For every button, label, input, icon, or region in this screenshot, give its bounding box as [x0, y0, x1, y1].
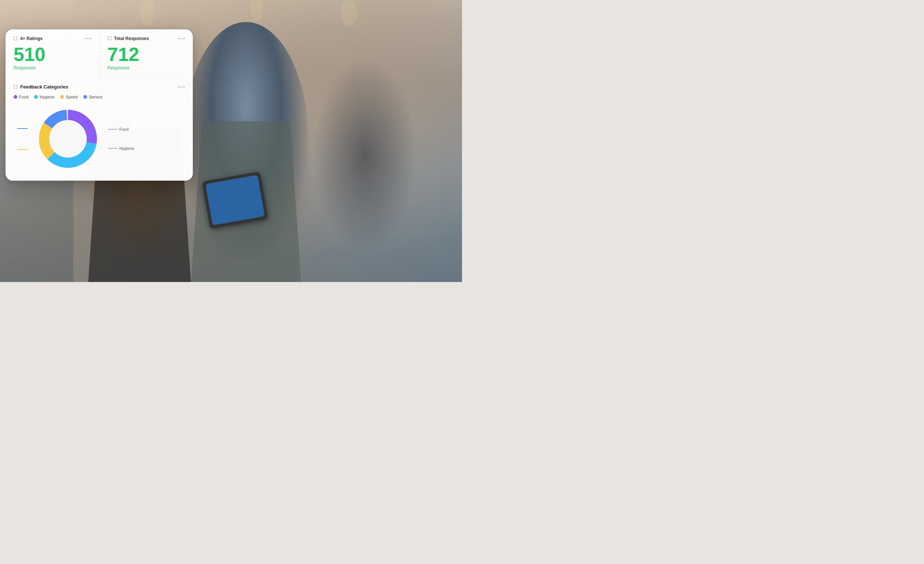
- dashboard-card: 4+ Ratings 510 Responses: [6, 29, 193, 181]
- right-labels: Food Hygiene: [108, 127, 134, 150]
- chart-area: Food Hygiene: [14, 106, 185, 172]
- service-label-left: [17, 128, 27, 129]
- legend-service: Service: [83, 95, 102, 99]
- hygiene-connecting-line: [108, 148, 117, 149]
- total-menu-dots[interactable]: [178, 38, 185, 39]
- service-line: [17, 128, 27, 129]
- svg-point-2: [341, 0, 357, 27]
- ratings-label: Responses: [14, 65, 91, 70]
- food-connecting-line: [108, 129, 117, 130]
- legend-label-service: Service: [89, 95, 102, 99]
- hygiene-label-text: Hygiene: [119, 146, 134, 150]
- legend-dot-hygiene: [34, 95, 38, 99]
- total-label: Responses: [108, 65, 185, 70]
- metric-header-total: Total Responses: [108, 36, 185, 41]
- speed-line: [17, 149, 27, 150]
- legend-dot-speed: [60, 95, 64, 99]
- legend-food: Food: [14, 95, 28, 99]
- grid-icon-ratings: [14, 36, 18, 41]
- left-labels: [17, 128, 27, 150]
- four-plus-ratings-box: 4+ Ratings 510 Responses: [6, 29, 99, 77]
- feedback-title: Feedback Categories: [20, 84, 68, 90]
- feedback-menu-dots[interactable]: [178, 86, 185, 88]
- chart-legend: Food Hygiene Speed Service: [14, 95, 185, 99]
- legend-label-food: Food: [19, 95, 28, 99]
- total-value: 712: [108, 45, 185, 64]
- metrics-row: 4+ Ratings 510 Responses: [6, 29, 193, 78]
- svg-point-8: [49, 120, 87, 158]
- legend-speed: Speed: [60, 95, 78, 99]
- donut-chart: [35, 106, 101, 172]
- metric-header-ratings: 4+ Ratings: [14, 36, 91, 41]
- legend-hygiene: Hygiene: [34, 95, 54, 99]
- speed-label-left: [17, 149, 27, 150]
- ratings-menu-dots[interactable]: [84, 38, 91, 39]
- ratings-title: 4+ Ratings: [20, 36, 43, 41]
- food-label-right: Food: [108, 127, 134, 132]
- total-title: Total Responses: [114, 36, 149, 41]
- feedback-header: Feedback Categories: [14, 84, 185, 90]
- hygiene-label-right: Hygiene: [108, 146, 134, 150]
- svg-point-0: [140, 0, 154, 26]
- donut-svg: [35, 106, 101, 172]
- grid-icon-feedback: [14, 85, 18, 89]
- legend-dot-food: [14, 95, 17, 99]
- grid-icon-total: [108, 36, 112, 41]
- total-responses-box: Total Responses 712 Responses: [99, 29, 193, 77]
- legend-label-hygiene: Hygiene: [40, 95, 54, 99]
- legend-label-speed: Speed: [66, 95, 78, 99]
- food-label-text: Food: [119, 127, 129, 132]
- feedback-section: Feedback Categories Food Hygiene Speed: [6, 78, 193, 181]
- svg-point-1: [250, 0, 264, 20]
- ratings-value: 510: [14, 45, 91, 64]
- legend-dot-service: [83, 95, 87, 99]
